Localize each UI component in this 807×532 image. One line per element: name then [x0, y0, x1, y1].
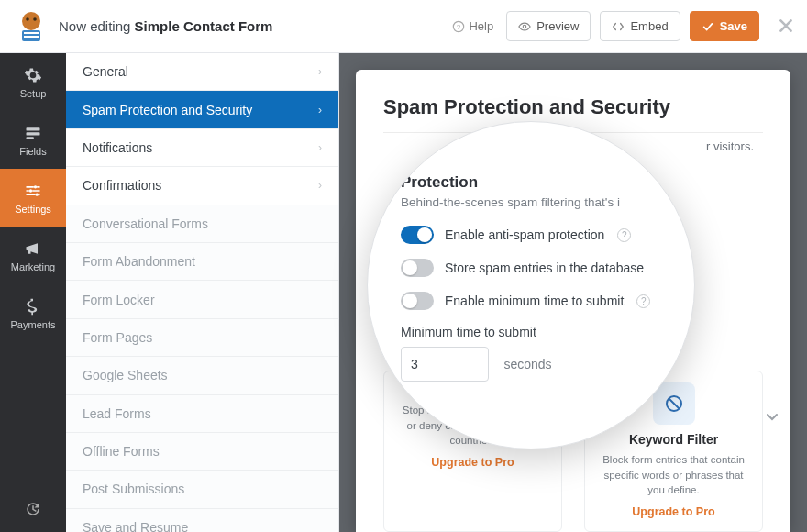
- rail-item-setup[interactable]: Setup: [0, 53, 66, 111]
- rail-label: Settings: [15, 204, 51, 215]
- sliders-icon: [24, 182, 42, 200]
- option-label: Enable anti-spam protection: [445, 227, 604, 242]
- intro-text-tail: r visitors.: [706, 139, 754, 153]
- tile-title: Keyword Filter: [602, 432, 746, 447]
- chevron-down-icon: [765, 409, 779, 424]
- svg-point-0: [22, 12, 40, 30]
- form-name: Simple Contact Form: [135, 18, 273, 34]
- side-label: Post Submissions: [83, 482, 184, 496]
- toggle-store-spam[interactable]: [401, 259, 434, 277]
- side-item-offline[interactable]: Offline Forms: [66, 433, 338, 471]
- side-item-leadforms[interactable]: Lead Forms: [66, 395, 338, 433]
- side-label: Conversational Forms: [83, 216, 208, 231]
- option-antispam: Enable anti-spam protection ?: [401, 226, 661, 244]
- side-label: Notifications: [83, 140, 152, 155]
- page-title: Spam Protection and Security: [383, 95, 763, 119]
- rail-history-button[interactable]: [0, 486, 66, 532]
- app-logo: [13, 8, 50, 45]
- rail-item-marketing[interactable]: Marketing: [0, 227, 66, 284]
- side-item-locker[interactable]: Form Locker: [66, 281, 338, 318]
- rail-label: Fields: [19, 146, 46, 157]
- side-item-spam[interactable]: Spam Protection and Security›: [66, 91, 338, 128]
- side-label: Save and Resume: [83, 520, 188, 532]
- editing-prefix: Now editing: [59, 18, 135, 34]
- side-item-conversational[interactable]: Conversational Forms: [66, 205, 338, 243]
- left-rail: Setup Fields Settings Marketing Payments: [0, 53, 66, 532]
- rail-label: Payments: [11, 319, 56, 330]
- side-label: General: [83, 64, 128, 79]
- upgrade-link[interactable]: Upgrade to Pro: [401, 456, 545, 469]
- save-button[interactable]: Save: [690, 11, 759, 41]
- rail-label: Setup: [20, 88, 47, 99]
- toggle-min-time[interactable]: [401, 292, 434, 310]
- editing-title: Now editing Simple Contact Form: [59, 18, 272, 34]
- section-heading: Protection: [401, 173, 661, 192]
- topbar: Now editing Simple Contact Form ? Help P…: [0, 0, 807, 53]
- side-label: Google Sheets: [83, 368, 168, 382]
- side-item-general[interactable]: General›: [66, 53, 338, 91]
- option-label: Store spam entries in the database: [445, 260, 644, 275]
- svg-rect-10: [27, 132, 40, 135]
- side-label: Confirmations: [83, 178, 161, 193]
- chevron-right-icon: ›: [318, 179, 322, 192]
- dollar-icon: [24, 297, 42, 316]
- help-link[interactable]: ? Help: [452, 19, 493, 33]
- side-label: Spam Protection and Security: [83, 103, 252, 117]
- svg-point-2: [33, 17, 37, 21]
- tile-badge: [653, 382, 695, 425]
- embed-button[interactable]: Embed: [600, 11, 680, 41]
- svg-point-1: [26, 17, 29, 21]
- svg-rect-4: [24, 32, 39, 34]
- min-time-field: seconds: [401, 347, 661, 382]
- svg-point-8: [523, 25, 526, 28]
- side-item-sheets[interactable]: Google Sheets: [66, 357, 338, 394]
- help-icon[interactable]: ?: [636, 294, 650, 308]
- close-button[interactable]: [778, 14, 794, 39]
- settings-sidelist: General› Spam Protection and Security› N…: [66, 53, 339, 532]
- svg-rect-11: [27, 137, 34, 139]
- rail-item-fields[interactable]: Fields: [0, 111, 66, 169]
- gear-icon: [24, 66, 42, 84]
- option-store-spam: Store spam entries in the database: [401, 259, 661, 277]
- side-item-notifications[interactable]: Notifications›: [66, 129, 338, 167]
- help-icon[interactable]: ?: [617, 228, 631, 242]
- toggle-antispam[interactable]: [401, 226, 434, 244]
- fields-icon: [24, 124, 42, 142]
- rail-item-settings[interactable]: Settings: [0, 169, 66, 227]
- close-icon: [778, 17, 794, 34]
- section-subtext: Behind-the-scenes spam filtering that's …: [401, 195, 661, 209]
- megaphone-icon: [24, 239, 42, 258]
- rail-item-payments[interactable]: Payments: [0, 284, 66, 342]
- svg-point-12: [34, 185, 37, 188]
- chevron-right-icon: ›: [318, 141, 322, 154]
- zoom-lens: Protection Behind-the-scenes spam filter…: [367, 121, 695, 449]
- eye-icon: [518, 20, 531, 33]
- block-icon: [663, 393, 685, 415]
- upgrade-link[interactable]: Upgrade to Pro: [602, 505, 746, 518]
- svg-line-16: [669, 398, 679, 408]
- help-label: Help: [469, 19, 493, 33]
- side-item-saveresume[interactable]: Save and Resume: [66, 509, 338, 532]
- side-label: Form Abandonment: [83, 254, 195, 269]
- side-item-confirmations[interactable]: Confirmations›: [66, 167, 338, 205]
- collapse-chevron[interactable]: [765, 409, 779, 427]
- side-label: Form Locker: [83, 293, 155, 307]
- option-label: Enable minimum time to submit: [445, 294, 624, 308]
- side-item-postsubs[interactable]: Post Submissions: [66, 471, 338, 508]
- preview-button[interactable]: Preview: [506, 11, 591, 41]
- side-item-abandonment[interactable]: Form Abandonment: [66, 243, 338, 281]
- rail-label: Marketing: [11, 261, 55, 272]
- code-icon: [612, 20, 625, 33]
- preview-label: Preview: [536, 19, 579, 33]
- side-label: Lead Forms: [83, 406, 151, 421]
- help-icon: ?: [452, 20, 465, 33]
- side-label: Form Pages: [83, 330, 152, 345]
- svg-rect-9: [27, 127, 40, 130]
- min-time-input[interactable]: [401, 347, 489, 382]
- history-icon: [25, 501, 41, 517]
- chevron-right-icon: ›: [318, 65, 322, 78]
- tile-desc: Block form entries that contain specific…: [602, 452, 746, 498]
- min-time-label: Minimum time to submit: [401, 325, 661, 339]
- side-item-pages[interactable]: Form Pages: [66, 319, 338, 357]
- side-label: Offline Forms: [83, 444, 160, 459]
